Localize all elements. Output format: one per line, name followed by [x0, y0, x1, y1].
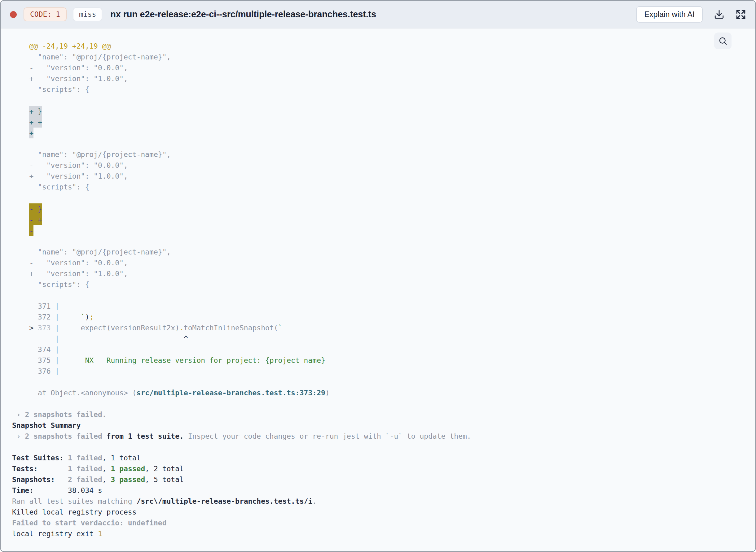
terminal-segment: NX Running release version for project: … [59, 356, 325, 365]
terminal-segment: › 2 snapshots failed [12, 432, 102, 440]
terminal-line: "scripts": { [12, 84, 755, 95]
terminal-line: Snapshot Summary [12, 420, 755, 431]
terminal-segment: at Object.<anonymous> ( [12, 389, 137, 397]
terminal-segment: 1 failed [68, 454, 102, 462]
terminal-segment: /src\/multiple-release-branches.test.ts/… [137, 497, 313, 505]
terminal-line: - "version": "0.0.0", [12, 62, 755, 74]
terminal-line: - "version": "0.0.0", [12, 258, 755, 268]
terminal-line: - [12, 225, 755, 236]
terminal-line [12, 95, 755, 106]
fullscreen-expand-icon [736, 9, 746, 20]
terminal-line: at Object.<anonymous> (src/multiple-rele… [12, 388, 755, 398]
terminal-segment [12, 107, 29, 115]
terminal-segment: toMatchInlineSnapshot( [184, 324, 278, 332]
terminal-segment: › 2 snapshots failed. [12, 411, 107, 419]
terminal-segment: 373 [38, 324, 55, 332]
terminal-segment [12, 216, 29, 224]
terminal-segment: , [102, 475, 111, 484]
terminal-segment [12, 129, 29, 137]
terminal-segment: . [312, 497, 317, 505]
terminal-line [12, 442, 755, 453]
terminal-line: › 2 snapshots failed. [12, 409, 755, 420]
terminal-segment: Killed local registry process [12, 508, 137, 516]
search-button[interactable] [714, 32, 732, 49]
terminal-segment: "scripts": { [12, 183, 89, 191]
terminal-segment: + "version": "1.0.0", [12, 75, 128, 83]
terminal-segment: - "version": "0.0.0", [12, 64, 128, 72]
terminal-segment: src/multiple-release-branches.test.ts:37… [137, 389, 325, 397]
terminal-segment: > [12, 324, 38, 332]
terminal-segment: "scripts": { [12, 280, 89, 289]
terminal-line: | ^ [12, 333, 755, 344]
terminal-segment: | expect(versionResult2x) [55, 324, 180, 332]
terminal-segment: 376 | [12, 367, 59, 375]
terminal-line: 372 | `); [12, 312, 755, 322]
terminal-segment: from 1 test suite. [102, 432, 184, 440]
terminal-line: Ran all test suites matching /src\/multi… [12, 496, 755, 507]
terminal-segment: + + [29, 117, 42, 128]
terminal-segment: 3 passed [111, 475, 145, 484]
terminal-segment: 372 | [12, 313, 81, 321]
terminal-segment: 371 | [12, 302, 59, 310]
terminal-line: "name": "@proj/{project-name}", [12, 52, 755, 62]
terminal-segment: + [29, 128, 33, 138]
terminal-line: 371 | [12, 301, 755, 312]
terminal-segment: @@ -24,19 +24,19 @@ [12, 42, 111, 50]
terminal-segment: "name": "@proj/{project-name}", [12, 150, 171, 158]
task-title: nx run e2e-release:e2e-ci--src/multiple-… [110, 9, 376, 19]
terminal-line: Time: 38.034 s [12, 485, 755, 496]
terminal-line: Test Suites: 1 failed, 1 total [12, 453, 755, 463]
terminal-segment: Inspect your code changes or re-run jest… [184, 432, 471, 440]
terminal-segment [12, 204, 29, 213]
failed-status-dot-icon [10, 11, 17, 18]
terminal-line: 376 | [12, 366, 755, 377]
terminal-segment: - + [29, 214, 42, 225]
terminal-segment: ` [278, 324, 283, 332]
terminal-segment: 374 | [12, 346, 59, 354]
terminal-segment: - [29, 225, 33, 236]
terminal-segment: 375 | [12, 356, 59, 365]
terminal-segment: Test Suites: [12, 454, 68, 462]
terminal-segment: + "version": "1.0.0", [12, 270, 128, 278]
terminal-line: Tests: 1 failed, 1 passed, 2 total [12, 463, 755, 474]
terminal-segment: 1 [98, 530, 102, 538]
terminal-line: + + [12, 117, 755, 128]
terminal-segment: , 2 total [145, 465, 184, 473]
terminal-line: Snapshots: 2 failed, 3 passed, 5 total [12, 474, 755, 485]
terminal-output: @@ -24,19 +24,19 @@ "name": "@proj/{proj… [1, 28, 755, 539]
terminal-segment: | [12, 335, 59, 343]
terminal-segment: - "version": "0.0.0", [12, 161, 128, 169]
terminal-line: - + [12, 214, 755, 225]
terminal-line: + "version": "1.0.0", [12, 268, 755, 279]
terminal-line: + "version": "1.0.0", [12, 74, 755, 84]
terminal-line: - } [12, 203, 755, 214]
terminal-segment: 2 failed [68, 475, 102, 484]
terminal-line: "name": "@proj/{project-name}", [12, 247, 755, 258]
terminal-line [12, 377, 755, 388]
terminal-segment: ) [85, 313, 89, 321]
terminal-line: + [12, 128, 755, 138]
terminal-segment: . [180, 324, 184, 332]
terminal-segment: ` [81, 313, 85, 321]
header-actions: Explain with AI [636, 6, 746, 23]
terminal-segment: "scripts": { [12, 86, 89, 94]
terminal-line: › 2 snapshots failed from 1 test suite. … [12, 431, 755, 442]
terminal-line [12, 192, 755, 203]
terminal-segment: ) [325, 389, 330, 397]
terminal-line: "scripts": { [12, 279, 755, 290]
terminal-segment: + "version": "1.0.0", [12, 172, 128, 180]
download-button[interactable] [714, 9, 724, 20]
terminal-segment: , 1 total [102, 454, 141, 462]
terminal-segment: 1 passed [111, 465, 145, 473]
terminal-line [12, 138, 755, 149]
terminal-line: 375 | NX Running release version for pro… [12, 355, 755, 366]
terminal-segment: - } [29, 203, 42, 214]
search-icon [718, 36, 728, 45]
fullscreen-button[interactable] [736, 9, 746, 20]
terminal-segment: ; [89, 313, 94, 321]
explain-with-ai-button[interactable]: Explain with AI [636, 6, 703, 23]
exit-code-badge: CODE: 1 [23, 7, 67, 21]
terminal-segment: , 5 total [145, 475, 184, 484]
terminal-line: 374 | [12, 344, 755, 355]
terminal-line [12, 398, 755, 409]
